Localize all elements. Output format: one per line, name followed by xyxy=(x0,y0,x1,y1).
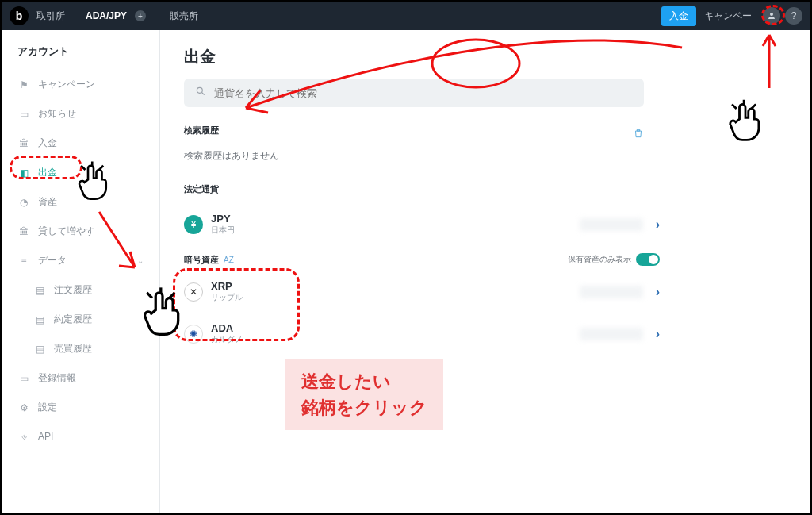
currency-row-ada[interactable]: ✺ ADA カルダノ › xyxy=(184,313,660,355)
account-icon[interactable] xyxy=(763,7,780,25)
svg-point-0 xyxy=(770,13,773,16)
sidebar-item-news[interactable]: ▭ お知らせ xyxy=(2,99,159,129)
clipboard-icon: ▤ xyxy=(33,284,46,297)
search-history-label: 検索履歴 xyxy=(184,125,219,136)
search-bar[interactable] xyxy=(184,79,644,107)
nav-sales[interactable]: 販売所 xyxy=(170,10,198,23)
brand-logo[interactable]: b xyxy=(10,6,29,25)
help-icon[interactable]: ? xyxy=(785,7,802,25)
sidebar-item-api[interactable]: ⟐ API xyxy=(2,422,159,451)
search-history-empty: 検索履歴はありません xyxy=(184,149,787,163)
sidebar-item-data[interactable]: ≡ データ ⌄ xyxy=(2,246,159,275)
sidebar-item-assets[interactable]: ◔ 資産 xyxy=(2,187,159,217)
currency-row-jpy[interactable]: ¥ JPY 日本円 › xyxy=(184,203,660,245)
page-title: 出金 xyxy=(184,46,787,67)
sidebar-item-deposit[interactable]: 🏛 入金 xyxy=(2,129,159,158)
crypto-label: 暗号資産 xyxy=(184,254,219,266)
sidebar-item-trade-history[interactable]: ▤ 売買履歴 xyxy=(2,334,159,363)
sidebar-title: アカウント xyxy=(2,44,159,70)
sidebar-item-settings[interactable]: ⚙ 設定 xyxy=(2,393,159,422)
balance-hidden xyxy=(580,328,643,340)
gear-icon: ⚙ xyxy=(17,402,30,414)
chat-icon: ▭ xyxy=(17,108,30,121)
flag-icon: ⚑ xyxy=(17,79,30,91)
search-icon xyxy=(195,86,206,100)
chevron-right-icon: › xyxy=(656,285,660,299)
api-icon: ⟐ xyxy=(17,430,30,443)
holdings-only-toggle[interactable] xyxy=(636,253,660,266)
clear-history-button[interactable] xyxy=(633,128,644,141)
sidebar-item-withdraw[interactable]: ◧ 出金 xyxy=(2,158,159,187)
sidebar-item-registration[interactable]: ▭ 登録情報 xyxy=(2,363,159,393)
pie-icon: ◔ xyxy=(17,196,30,209)
svg-line-2 xyxy=(202,93,205,95)
sidebar-item-execution-history[interactable]: ▤ 約定履歴 xyxy=(2,305,159,334)
nav-exchange[interactable]: 取引所 xyxy=(36,10,65,23)
annotation-callout: 送金したい 銘柄をクリック xyxy=(285,359,443,430)
holdings-only-label: 保有資産のみ表示 xyxy=(568,254,631,265)
fiat-label: 法定通貨 xyxy=(184,183,787,195)
jpy-icon: ¥ xyxy=(184,215,203,234)
bank-icon: 🏛 xyxy=(17,137,30,150)
campaign-link[interactable]: キャンペー xyxy=(704,10,752,23)
sort-button[interactable]: AZ xyxy=(224,256,234,264)
ada-icon: ✺ xyxy=(184,325,203,344)
svg-point-1 xyxy=(197,87,202,93)
sidebar: アカウント ⚑ キャンペーン ▭ お知らせ 🏛 入金 ◧ 出金 ◔ 資産 🏛 貸… xyxy=(2,30,160,513)
chevron-right-icon: › xyxy=(656,327,660,341)
chevron-down-icon: ⌄ xyxy=(137,256,144,265)
clipboard-icon: ▤ xyxy=(33,313,46,326)
search-input[interactable] xyxy=(214,87,633,99)
deposit-button[interactable]: 入金 xyxy=(661,6,696,26)
balance-hidden xyxy=(580,286,643,298)
sidebar-item-lending[interactable]: 🏛 貸して増やす xyxy=(2,217,159,246)
xrp-icon: ✕ xyxy=(184,282,203,302)
id-icon: ▭ xyxy=(17,372,30,385)
trading-pair[interactable]: ADA/JPY xyxy=(86,10,127,21)
withdraw-icon: ◧ xyxy=(17,167,30,179)
top-bar: b 取引所 ADA/JPY + 販売所 入金 キャンペー ? xyxy=(2,2,810,30)
main-content: 出金 検索履歴 検索履歴はありません 法定通貨 ¥ JPY 日本円 › xyxy=(160,30,810,513)
stack-icon: ≡ xyxy=(17,255,30,267)
sidebar-item-order-history[interactable]: ▤ 注文履歴 xyxy=(2,275,159,305)
pair-add-icon[interactable]: + xyxy=(135,10,146,21)
bank-icon: 🏛 xyxy=(17,225,30,238)
clipboard-icon: ▤ xyxy=(33,343,46,356)
currency-row-xrp[interactable]: ✕ XRP リップル › xyxy=(184,271,660,313)
sidebar-item-campaign[interactable]: ⚑ キャンペーン xyxy=(2,70,159,99)
balance-hidden xyxy=(580,218,643,231)
chevron-right-icon: › xyxy=(656,217,660,232)
